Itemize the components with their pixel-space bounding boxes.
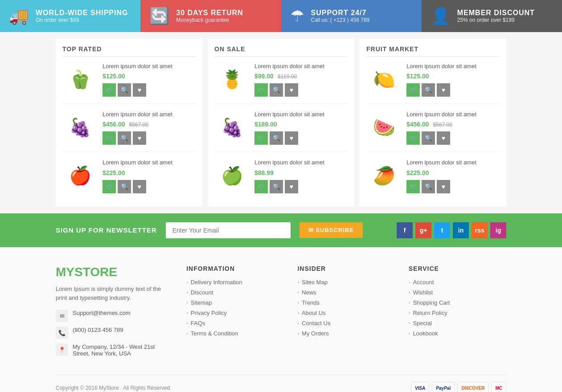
product-row: 🍎 Lorem ipsum dolor sit amet $225.00 🛒 🔍… [62,159,196,200]
product-row: 🍉 Lorem ipsum dolor sit amet $456.00 $56… [366,110,500,152]
product-row: 🍇 Lorem ipsum dolor sit amet $456.00 $56… [62,110,196,152]
quick-view-button[interactable]: 🔍 [422,83,435,97]
banner-returns: 🔄 30 DAYS RETURN Moneyback guarantee [140,0,281,32]
add-to-cart-button[interactable]: 🛒 [406,180,420,193]
product-price: $225.00 [406,169,429,176]
product-info: Lorem ipsum dolor sit amet $88.99 🛒 🔍 ♥ [254,159,348,193]
rss-icon[interactable]: rss [472,222,488,238]
footer-link-shopping-cart[interactable]: ›Shopping Cart [409,299,506,306]
discover-payment-icon: DISCOVER [457,382,488,392]
add-to-cart-button[interactable]: 🛒 [406,131,420,145]
shipping-sub: On order over $99 [36,17,128,23]
visa-payment-icon: VISA [411,382,429,392]
email-icon: ✉ [56,310,68,322]
wishlist-button[interactable]: ♥ [285,131,298,145]
product-emoji: 🍇 [216,112,249,143]
linkedin-icon[interactable]: in [453,222,469,238]
newsletter-bar: SIGN UP FOR NEWSLETTER ✉ SUBSCRIBE f g+ … [0,213,562,247]
footer-link-sitesmap[interactable]: ›Sites Map [297,279,395,286]
footer-link-return-policy[interactable]: ›Return Policy [409,310,506,316]
product-image: 🍏 [214,159,250,192]
product-actions: 🛒 🔍 ♥ [254,83,348,97]
footer-bottom: Copyright © 2016 MyStore . All Rights Re… [56,375,506,392]
logo-part1: MY [56,265,74,279]
add-to-cart-button[interactable]: 🛒 [254,83,268,97]
google-plus-icon[interactable]: g+ [415,222,431,238]
footer-link-terms[interactable]: ›Terms & Condition [186,330,284,337]
wishlist-button[interactable]: ♥ [437,83,450,97]
logo-part2: STORE [74,265,117,279]
footer-link-faqs[interactable]: ›FAQs [186,320,284,327]
product-row: 🍍 Lorem ipsum dolor sit amet $99.00 $119… [214,62,348,104]
product-actions: 🛒 🔍 ♥ [103,180,196,193]
top-banners: 🚚 WORLD-WIDE SHIPPING On order over $99 … [0,0,562,32]
product-name: Lorem ipsum dolor sit amet [406,62,500,70]
shipping-icon: 🚚 [9,7,29,25]
product-emoji: 🍉 [368,112,401,143]
section-on-sale: ON SALE 🍍 Lorem ipsum dolor sit amet $99… [208,39,354,207]
footer-link-privacy[interactable]: ›Privacy Policy [186,310,284,316]
member-icon: 👤 [431,7,451,25]
footer-link-special[interactable]: ›Special [409,320,506,327]
shipping-title: WORLD-WIDE SHIPPING [36,9,128,17]
wishlist-button[interactable]: ♥ [133,131,146,145]
newsletter-title: SIGN UP FOR NEWSLETTER [56,226,157,234]
footer-link-wishlist[interactable]: ›Wishlist [409,289,506,296]
product-old-price: $567.00 [433,122,452,128]
facebook-icon[interactable]: f [397,222,413,238]
footer-link-discount[interactable]: ›Discount [186,289,284,296]
quick-view-button[interactable]: 🔍 [118,180,131,193]
twitter-icon[interactable]: t [434,222,450,238]
product-price: $99.00 [254,73,274,80]
quick-view-button[interactable]: 🔍 [270,131,283,145]
quick-view-button[interactable]: 🔍 [118,131,131,145]
quick-view-button[interactable]: 🔍 [270,180,283,193]
footer-link-delivery[interactable]: ›Delivery Information [186,279,284,286]
footer-service-col: SERVICE ›Account ›Wishlist ›Shopping Car… [409,265,506,362]
product-price: $125.00 [103,73,125,80]
add-to-cart-button[interactable]: 🛒 [254,180,268,193]
add-to-cart-button[interactable]: 🛒 [254,131,268,145]
wishlist-button[interactable]: ♥ [437,180,450,193]
footer-link-sitemap[interactable]: ›Sitemap [186,299,284,306]
payment-icons: VISA PayPal DISCOVER MC [411,382,506,392]
support-sub: Call us: ( +123 ) 456 789 [311,17,370,23]
product-name: Lorem ipsum dolor sit amet [103,159,196,167]
footer-link-news[interactable]: ›News [297,289,395,296]
product-image: 🍋 [366,63,402,96]
mastercard-payment-icon: MC [491,382,506,392]
footer-link-trends[interactable]: ›Trends [297,299,395,306]
footer-link-about-us[interactable]: ›About Us [297,310,395,316]
newsletter-email-input[interactable] [166,222,291,238]
wishlist-button[interactable]: ♥ [133,83,146,97]
instagram-icon[interactable]: ig [490,222,506,238]
add-to-cart-button[interactable]: 🛒 [103,83,116,97]
footer-link-my-orders[interactable]: ›My Orders [297,330,395,337]
add-to-cart-button[interactable]: 🛒 [103,180,116,193]
product-emoji: 🫑 [64,64,97,95]
footer-email: ✉ Support@themes.com [56,310,173,322]
footer-link-account[interactable]: ›Account [409,279,506,286]
quick-view-button[interactable]: 🔍 [422,180,435,193]
wishlist-button[interactable]: ♥ [285,83,298,97]
wishlist-button[interactable]: ♥ [285,180,298,193]
product-old-price: $567.00 [129,122,148,128]
email-value: Support@themes.com [73,310,131,316]
subscribe-button[interactable]: ✉ SUBSCRIBE [299,222,363,238]
quick-view-button[interactable]: 🔍 [270,83,283,97]
newsletter-left: SIGN UP FOR NEWSLETTER ✉ SUBSCRIBE [56,222,363,238]
quick-view-button[interactable]: 🔍 [422,131,435,145]
add-to-cart-button[interactable]: 🛒 [406,83,420,97]
wishlist-button[interactable]: ♥ [437,131,450,145]
quick-view-button[interactable]: 🔍 [118,83,131,97]
product-actions: 🛒 🔍 ♥ [406,83,500,97]
add-to-cart-button[interactable]: 🛒 [103,131,116,145]
section-fruit-market: FRUIT MARKET 🍋 Lorem ipsum dolor sit ame… [360,39,506,207]
footer-link-lookbook[interactable]: ›Lookbook [409,330,506,337]
address-value: My Company, 12/34 - West 21st Street, Ne… [73,343,173,357]
product-price: $225.00 [103,169,125,176]
footer-link-contact-us[interactable]: ›Contact Us [297,320,395,327]
product-old-price: $119.00 [278,74,297,80]
footer-description: Lorem Ipsum is simply dummy text of the … [56,285,173,303]
wishlist-button[interactable]: ♥ [133,180,146,193]
